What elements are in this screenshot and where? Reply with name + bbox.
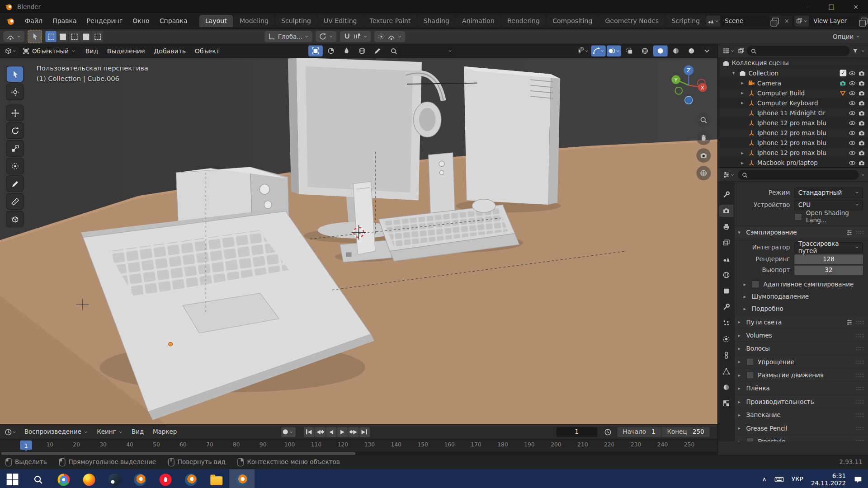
shading-solid-icon[interactable] bbox=[653, 45, 668, 56]
drag-grip[interactable]: ∷∷ bbox=[856, 438, 864, 441]
hide-eye-icon[interactable] bbox=[849, 119, 856, 127]
hide-eye-icon[interactable] bbox=[849, 80, 856, 87]
panel-row[interactable]: ▸ Размытие движения ∷∷ bbox=[735, 369, 868, 381]
select-mode-lasso[interactable] bbox=[80, 31, 91, 42]
render-visibility-icon[interactable] bbox=[858, 129, 865, 136]
mode-dropdown[interactable]: Объектный bbox=[19, 45, 80, 56]
explorer-icon[interactable] bbox=[204, 469, 229, 488]
workspace-tab[interactable]: Scripting bbox=[665, 15, 706, 27]
jump-to-start-button[interactable] bbox=[304, 427, 314, 437]
prev-keyframe-button[interactable] bbox=[315, 427, 325, 437]
shading-material-icon[interactable] bbox=[669, 45, 683, 56]
scene-name[interactable]: Scene bbox=[720, 15, 770, 26]
menu-item[interactable]: Рендеринг bbox=[82, 15, 127, 26]
hide-eye-icon[interactable] bbox=[849, 159, 856, 166]
tab-render[interactable] bbox=[719, 205, 734, 217]
timeline-menu[interactable]: Воспроизведение bbox=[20, 427, 92, 436]
rotate-tool[interactable] bbox=[7, 123, 24, 138]
select-mode-extend[interactable] bbox=[92, 31, 103, 42]
navigation-gizmo[interactable]: Z Y X bbox=[662, 60, 715, 113]
viewport-header-dropdown[interactable] bbox=[398, 45, 455, 56]
properties-editor-button[interactable] bbox=[722, 169, 736, 180]
hide-eye-icon[interactable] bbox=[849, 99, 856, 107]
blender-icon[interactable] bbox=[127, 469, 153, 488]
render-visibility-icon[interactable] bbox=[858, 109, 865, 117]
scrollbar-thumb[interactable] bbox=[1, 452, 355, 455]
menu-item[interactable]: Справка bbox=[155, 15, 193, 26]
tab-modifiers[interactable] bbox=[719, 301, 734, 313]
workspace-tab[interactable]: Rendering bbox=[501, 15, 546, 27]
hide-eye-icon[interactable] bbox=[849, 129, 856, 136]
device-select[interactable]: CPU bbox=[794, 199, 863, 210]
scale-tool[interactable] bbox=[7, 141, 24, 156]
expand-arrow[interactable]: ▸ bbox=[739, 160, 746, 165]
drag-grip[interactable]: ∷∷ bbox=[856, 319, 864, 325]
workspace-tab[interactable]: Sculpting bbox=[275, 15, 317, 27]
panel-row[interactable]: ▸ Волосы ∷∷ bbox=[735, 343, 868, 355]
subpanel-row[interactable]: ▸ Подробно bbox=[735, 303, 868, 315]
viewport-3d[interactable]: Объектный ВидВыделениеДобавитьОбъект Пол… bbox=[0, 44, 717, 424]
drag-grip[interactable]: ∷∷ bbox=[856, 412, 864, 418]
osl-checkbox[interactable] bbox=[794, 213, 802, 221]
hide-eye-icon[interactable] bbox=[849, 109, 856, 117]
drag-grip[interactable]: ∷∷ bbox=[856, 346, 864, 352]
hide-eye-icon[interactable] bbox=[849, 89, 856, 97]
presets-icon[interactable] bbox=[846, 319, 853, 326]
proportional-edit-widget[interactable] bbox=[374, 31, 406, 42]
panel-row[interactable]: ▸ Упрощение ∷∷ bbox=[735, 356, 868, 368]
workspace-tab[interactable]: Compositing bbox=[547, 15, 599, 27]
panel-row[interactable]: ▸ Freestyle ∷∷ bbox=[735, 436, 868, 441]
viewport-menu[interactable]: Выделение bbox=[103, 45, 149, 56]
move-tool[interactable] bbox=[7, 105, 24, 121]
select-mode-box[interactable] bbox=[57, 31, 68, 42]
panel-checkbox[interactable] bbox=[752, 281, 760, 288]
drag-grip[interactable]: ∷∷ bbox=[856, 385, 864, 391]
playhead[interactable]: 1 bbox=[20, 441, 32, 450]
timeline-menu[interactable]: Кеинг bbox=[92, 427, 127, 436]
mode-select[interactable]: Стандартный bbox=[794, 187, 863, 197]
new-scene-button[interactable] bbox=[770, 15, 781, 26]
render-visibility-icon[interactable] bbox=[858, 70, 865, 77]
browse-scene-button[interactable] bbox=[706, 15, 721, 26]
tab-tool[interactable] bbox=[719, 189, 734, 201]
next-keyframe-button[interactable] bbox=[348, 427, 359, 437]
panel-row[interactable]: ▸ Volumes ∷∷ bbox=[735, 329, 868, 342]
render-visibility-icon[interactable] bbox=[858, 80, 865, 87]
timeline-ruler[interactable]: 1 10203040506070809010011012013014015016… bbox=[0, 439, 717, 451]
chevron-down-icon[interactable] bbox=[861, 49, 865, 53]
panel-row[interactable]: ▸ Плёнка ∷∷ bbox=[735, 382, 868, 394]
tab-scene[interactable] bbox=[719, 253, 734, 265]
search-button[interactable] bbox=[25, 469, 51, 488]
render-visibility-icon[interactable] bbox=[858, 89, 865, 97]
drag-grip[interactable]: ∷∷ bbox=[856, 332, 864, 338]
timeline-menu[interactable]: Маркер bbox=[148, 427, 181, 436]
filter-icon[interactable] bbox=[852, 47, 859, 54]
tab-constraints[interactable] bbox=[719, 349, 734, 361]
sampling-panel-header[interactable]: ▾ Сэмплирование ∷∷ bbox=[735, 226, 868, 239]
expand-arrow[interactable]: ▾ bbox=[730, 70, 737, 76]
cursor-tool[interactable] bbox=[7, 84, 24, 99]
outliner-row[interactable]: ▸ Computer Build bbox=[718, 88, 868, 98]
tab-material[interactable] bbox=[719, 381, 734, 394]
expand-arrow[interactable]: ▸ bbox=[739, 150, 746, 155]
minimize-button[interactable]: – bbox=[795, 0, 819, 13]
orientation-dropdown[interactable]: Глоба... bbox=[264, 31, 312, 42]
pivot-dropdown[interactable] bbox=[316, 31, 337, 42]
xray-toggle-icon[interactable] bbox=[622, 45, 637, 56]
properties-search[interactable] bbox=[738, 170, 859, 180]
workspace-tab[interactable]: UV Editing bbox=[318, 15, 363, 27]
panel-row[interactable]: ▸ Производительность ∷∷ bbox=[735, 396, 868, 408]
select-mode-circle[interactable] bbox=[69, 31, 80, 42]
close-button[interactable]: × bbox=[844, 0, 868, 13]
timeline-scrollbar[interactable] bbox=[0, 451, 717, 455]
expand-arrow[interactable]: ▸ bbox=[739, 90, 746, 96]
panel-checkbox[interactable] bbox=[746, 438, 754, 442]
overlays-icon[interactable] bbox=[607, 45, 621, 56]
tab-object-data[interactable] bbox=[719, 365, 734, 377]
new-view-layer-button[interactable] bbox=[859, 15, 868, 26]
render-visibility-icon[interactable] bbox=[858, 119, 865, 127]
panel-row[interactable]: ▸ Grease Pencil ∷∷ bbox=[735, 422, 868, 434]
snap-widget[interactable] bbox=[340, 31, 371, 42]
outliner-editor-button[interactable] bbox=[722, 45, 736, 56]
outliner-row[interactable]: Iphone 12 pro max blu bbox=[718, 128, 868, 138]
